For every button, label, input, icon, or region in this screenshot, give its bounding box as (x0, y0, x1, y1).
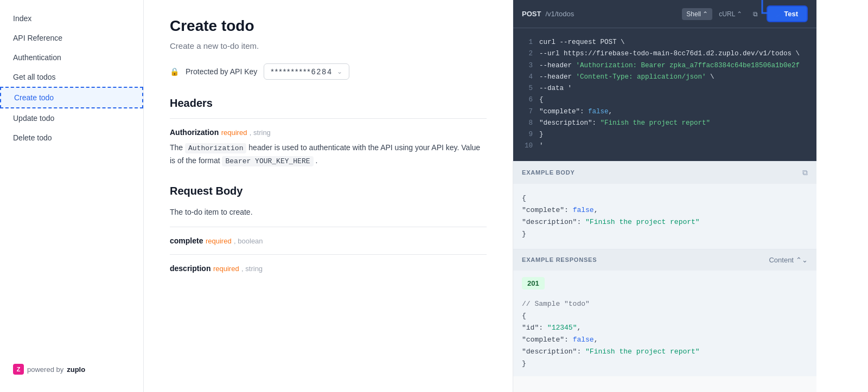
api-key-label: Protected by API Key (186, 67, 257, 76)
api-key-input[interactable]: **********6284 ⌄ (264, 63, 349, 80)
divider-3 (170, 254, 487, 255)
main-content: Create todo Create a new to-do item. 🔒 P… (144, 0, 868, 392)
tab-shell[interactable]: Shell ⌃ (682, 8, 712, 20)
code-area: 1 curl --request POST \ 2 --url https://… (513, 28, 816, 161)
page-title: Create todo (170, 17, 487, 35)
request-body-title: Request Body (170, 185, 487, 197)
code-line-1: 1 curl --request POST \ (522, 37, 808, 48)
sidebar-item-authentication[interactable]: Authentication (0, 48, 143, 67)
param-required-badge: required (221, 128, 247, 137)
example-body-line-3: "description": "Finish the project repor… (522, 216, 808, 228)
example-body-code: { "complete": false, "description": "Fin… (513, 184, 816, 249)
example-body-header: EXAMPLE BODY ⧉ (513, 162, 816, 184)
test-button-label: Test (784, 10, 798, 18)
divider-2 (170, 227, 487, 227)
param-name-authorization: Authorization (170, 128, 219, 137)
chevron-up-down-icon: ⌃⌄ (796, 256, 808, 264)
complete-required-badge: required (206, 237, 232, 245)
headers-section: Headers Authorization required , string … (170, 97, 487, 168)
resp-line-2: { (522, 310, 808, 322)
resp-line-3: "id": "12345", (522, 322, 808, 334)
param-desc-authorization: The Authorization header is used to auth… (170, 142, 487, 168)
zuplo-brand: zuplo (67, 365, 85, 374)
code-line-5: 5 --data ' (522, 83, 808, 94)
copy-code-btn[interactable]: ⧉ (749, 8, 762, 20)
sidebar-footer: Z powered by zuplo (0, 355, 143, 383)
content-area: Create todo Create a new to-do item. 🔒 P… (144, 0, 513, 392)
param-type-description: , string (241, 265, 263, 273)
resp-line-1: // Sample "todo" (522, 298, 808, 310)
code-line-9: 9 } (522, 129, 808, 140)
sidebar-item-update-todo[interactable]: Update todo (0, 108, 143, 128)
example-responses-section: EXAMPLE RESPONSES Content ⌃⌄ 201 // Samp… (513, 249, 816, 377)
lock-icon: 🔒 (170, 67, 179, 76)
example-body-line-1: { (522, 192, 808, 204)
endpoint-path: /v1/todos (545, 10, 678, 18)
example-body-title: EXAMPLE BODY (522, 169, 575, 176)
code-toolbar: POST /v1/todos Shell ⌃ cURL ⌃ ⧉ ▶ Test (513, 0, 816, 28)
test-button[interactable]: ▶ Test (767, 5, 808, 22)
sidebar-item-api-reference[interactable]: API Reference (0, 28, 143, 48)
code-block: POST /v1/todos Shell ⌃ cURL ⌃ ⧉ ▶ Test 1… (513, 0, 816, 161)
sidebar-item-delete-todo[interactable]: Delete todo (0, 128, 143, 147)
sidebar-item-index[interactable]: Index (0, 9, 143, 28)
description-required-badge: required (213, 265, 239, 273)
page-subtitle: Create a new to-do item. (170, 41, 487, 50)
code-line-8: 8 "description": "Finish the project rep… (522, 118, 808, 129)
complete-param: complete required , boolean (170, 236, 487, 246)
example-body-line-2: "complete": false, (522, 204, 808, 216)
divider-1 (170, 118, 487, 119)
play-icon: ▶ (776, 11, 781, 17)
example-body-line-4: } (522, 228, 808, 240)
api-key-value: **********6284 (271, 67, 333, 76)
resp-line-5: "description": "Finish the project repor… (522, 346, 808, 358)
status-code-badge: 201 (513, 271, 816, 292)
sidebar-nav: Index API Reference Authentication Get a… (0, 9, 143, 355)
copy-example-body-btn[interactable]: ⧉ (802, 168, 808, 177)
sidebar-item-create-todo[interactable]: Create todo (0, 87, 143, 108)
description-param: description required , string (170, 264, 487, 273)
headers-title: Headers (170, 97, 487, 110)
authorization-param: Authorization required , string The Auth… (170, 127, 487, 168)
param-name-description: description (170, 264, 210, 273)
param-type-complete: , boolean (234, 237, 263, 245)
sidebar-item-get-all-todos[interactable]: Get all todos (0, 67, 143, 87)
example-responses-header: EXAMPLE RESPONSES Content ⌃⌄ (513, 249, 816, 271)
example-responses-title: EXAMPLE RESPONSES (522, 256, 597, 263)
tab-group: Shell ⌃ cURL ⌃ ⧉ (682, 8, 762, 20)
zuplo-logo: Z powered by zuplo (13, 364, 85, 375)
method-badge: POST (522, 10, 541, 18)
code-line-6: 6 { (522, 94, 808, 106)
code-line-10: 10 ' (522, 140, 808, 152)
code-line-3: 3 --header 'Authorization: Bearer zpka_a… (522, 60, 808, 72)
right-panel: POST /v1/todos Shell ⌃ cURL ⌃ ⧉ ▶ Test 1… (513, 0, 816, 392)
code-line-7: 7 "complete": false, (522, 106, 808, 118)
code-line-2: 2 --url https://firebase-todo-main-8cc76… (522, 48, 808, 60)
request-body-description: The to-do item to create. (170, 206, 487, 218)
content-label: Content (769, 256, 794, 264)
resp-line-4: "complete": false, (522, 334, 808, 346)
resp-line-6: } (522, 358, 808, 370)
param-type-authorization: , string (250, 128, 271, 137)
zuplo-icon: Z (13, 364, 24, 375)
request-body-section: Request Body The to-do item to create. c… (170, 185, 487, 273)
param-name-complete: complete (170, 236, 203, 245)
sidebar: Index API Reference Authentication Get a… (0, 0, 144, 392)
powered-by-text: powered by (27, 365, 63, 374)
tab-curl[interactable]: cURL ⌃ (714, 8, 746, 20)
code-line-4: 4 --header 'Content-Type: application/js… (522, 72, 808, 83)
content-dropdown[interactable]: Content ⌃⌄ (769, 256, 808, 264)
example-body-section: EXAMPLE BODY ⧉ { "complete": false, "des… (513, 161, 816, 249)
chevron-down-icon: ⌄ (337, 68, 342, 75)
api-key-row: 🔒 Protected by API Key **********6284 ⌄ (170, 63, 487, 80)
response-code: // Sample "todo" { "id": "12345", "compl… (513, 292, 816, 377)
